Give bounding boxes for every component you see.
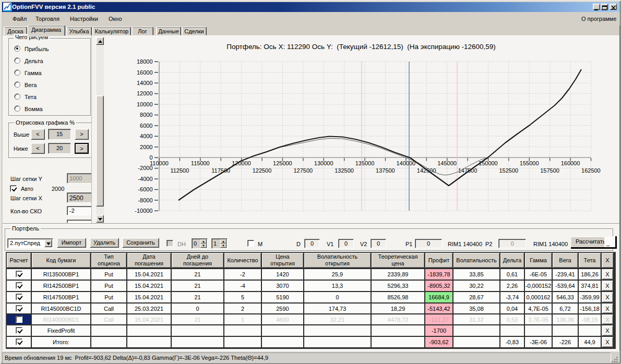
svg-text:137500: 137500 — [376, 167, 395, 174]
svg-text:140000: 140000 — [396, 160, 415, 166]
svg-text:117500: 117500 — [211, 167, 230, 174]
svg-text:155000: 155000 — [520, 160, 539, 166]
svg-text:150000: 150000 — [479, 160, 498, 166]
svg-text:-4000: -4000 — [138, 176, 152, 182]
svg-text:2000: 2000 — [140, 144, 152, 150]
svg-text:145000: 145000 — [437, 160, 457, 166]
svg-text:16000: 16000 — [137, 69, 153, 76]
svg-text:157500: 157500 — [540, 167, 559, 174]
svg-text:162500: 162500 — [581, 167, 601, 174]
svg-text:110000: 110000 — [150, 160, 169, 166]
svg-text:122500: 122500 — [253, 167, 272, 174]
svg-text:135000: 135000 — [355, 160, 375, 166]
svg-text:130000: 130000 — [314, 160, 333, 166]
svg-text:-8000: -8000 — [138, 197, 152, 203]
svg-text:6000: 6000 — [140, 123, 152, 129]
svg-text:8000: 8000 — [140, 112, 152, 118]
svg-text:-6000: -6000 — [138, 186, 152, 192]
svg-text:112500: 112500 — [170, 167, 189, 174]
svg-text:115000: 115000 — [191, 160, 210, 166]
svg-text:14000: 14000 — [137, 80, 153, 86]
svg-text:10000: 10000 — [137, 101, 153, 107]
svg-text:127500: 127500 — [293, 167, 313, 174]
svg-text:-10000: -10000 — [135, 208, 152, 214]
svg-text:12000: 12000 — [137, 90, 153, 96]
svg-text:125000: 125000 — [273, 160, 292, 166]
svg-text:152500: 152500 — [499, 167, 518, 174]
svg-text:160000: 160000 — [561, 160, 580, 166]
svg-text:18000: 18000 — [137, 58, 153, 65]
svg-text:Портфель: Ось X: 112290 Ось Y:: Портфель: Ось X: 112290 Ось Y: (Текущий … — [226, 43, 496, 51]
svg-text:132500: 132500 — [335, 167, 354, 174]
svg-text:4000: 4000 — [140, 133, 152, 139]
